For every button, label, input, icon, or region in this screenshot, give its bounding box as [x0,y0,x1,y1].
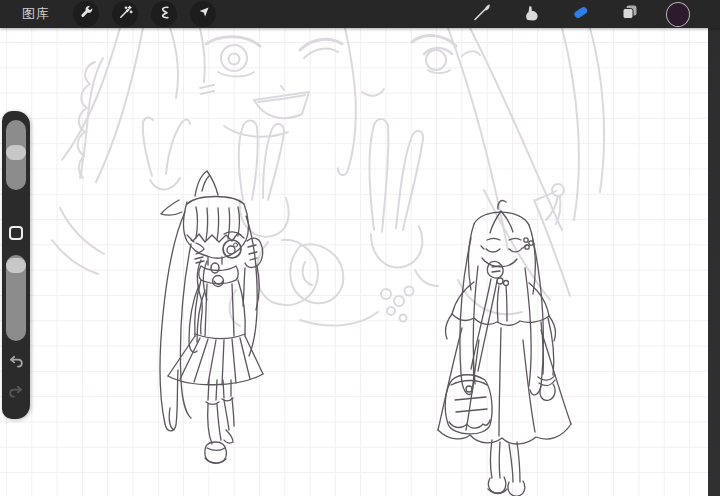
color-swatch-button[interactable] [666,2,690,26]
selection-button[interactable] [151,1,177,27]
brush-opacity-handle[interactable] [6,258,26,273]
canvas-artwork [0,28,708,496]
brush-size-slider[interactable] [6,120,26,190]
brush-opacity-slider[interactable] [6,255,26,341]
background-sketch [52,28,604,326]
smudge-finger-icon [521,2,542,27]
smudge-tool-button[interactable] [519,2,543,26]
selection-s-icon [157,5,172,24]
brush-sidebar [2,111,30,419]
redo-button[interactable] [8,386,24,402]
transform-button[interactable] [190,1,216,27]
actions-button[interactable] [73,1,99,27]
magic-wand-icon [118,5,133,24]
layers-button[interactable] [617,2,641,26]
paint-tool-button[interactable] [470,2,494,26]
brush-size-handle[interactable] [6,145,26,160]
gallery-button[interactable]: 图库 [22,0,50,28]
undo-button[interactable] [8,356,24,372]
modify-button[interactable] [9,226,23,240]
wrench-icon [79,5,94,24]
toolbar-right-group [470,2,720,26]
brush-icon [471,1,493,27]
top-toolbar: 图库 [0,0,720,28]
layers-icon [619,2,640,27]
app-background-strip [708,28,720,496]
color-swatch [666,2,690,27]
foreground-left-character [160,171,263,463]
adjustments-button[interactable] [112,1,138,27]
redo-arrow-icon [8,384,24,404]
undo-arrow-icon [8,354,24,374]
eraser-tool-button[interactable] [568,2,592,26]
transform-arrow-icon [196,5,211,24]
toolbar-left-group: 图库 [0,0,216,28]
drawing-canvas[interactable] [0,28,708,496]
eraser-icon [569,1,592,28]
